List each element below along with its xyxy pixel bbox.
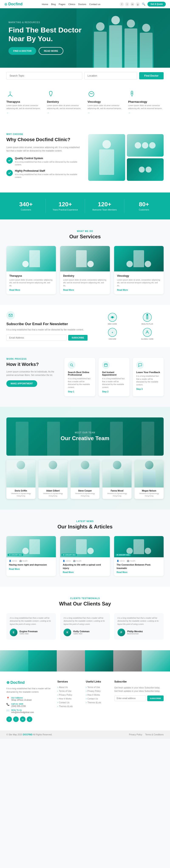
nav-clinics[interactable]: Clinics	[68, 3, 75, 5]
how-desc: Lorem ipsum consectetur the lot individu…	[6, 370, 56, 377]
article-title-3: The Connection Between Post-traumatic	[117, 563, 161, 570]
specialty-item-therapy: Therapyss Lorem ipsum dolor sit amet con…	[6, 90, 42, 114]
svg-point-11	[146, 314, 148, 316]
footer-email: ✉️ Write To Us info@docfindglobal.com	[6, 709, 51, 713]
footer-useful-link-1: ›Terms of Use	[86, 686, 108, 688]
footer-bottom: © Site Map 2020 DOCFIND All Rights Reser…	[0, 731, 170, 739]
team-card-1: Doris Griffin Obstetrics & Gynaecology H…	[6, 460, 35, 499]
pharmacology-link[interactable]: →	[128, 112, 164, 114]
article-card-2: 26 JANUARY 2021 👤 Admin 🏥 Health Adjusti…	[60, 536, 110, 576]
footer-twitter-icon[interactable]: t	[13, 716, 19, 722]
article-title-2: Adjusting to life with a spinal cord inj…	[63, 563, 107, 570]
newsletter-subscribe-button[interactable]: SUBSCRIBE	[68, 335, 88, 341]
therapy-icon	[6, 90, 42, 98]
specialty-item-dentistry: Dentistry Lorem ipsum dolor sit amet con…	[47, 90, 82, 114]
service-readmore-dentistry[interactable]: Read More	[63, 289, 107, 291]
footer-youtube-icon[interactable]: y	[27, 716, 32, 722]
team-title: Our Creative Team	[61, 435, 109, 442]
dentistry-desc: Lorem ipsum dolor sit amet consectur adi…	[47, 104, 82, 110]
nav-doctors[interactable]: Doctors	[78, 3, 86, 5]
article-read-2[interactable]: Read More	[63, 571, 107, 574]
step-num-2: Step 2	[102, 391, 126, 393]
twitter-icon[interactable]: t	[125, 2, 129, 6]
hero-title: Find The Best Doctor Near By You.	[8, 26, 85, 43]
nav-home[interactable]: Home	[42, 3, 48, 5]
search-topic-input[interactable]	[6, 72, 82, 80]
stat-item-customers2: 80+ Customers	[124, 199, 164, 213]
team-name-1: Doris Griffin	[8, 490, 33, 492]
article-read-3[interactable]: Read More	[117, 571, 161, 574]
footer-subscribe-button[interactable]: SUBSCRIBE	[147, 695, 164, 701]
partner-logo-3: + VINCURE	[107, 327, 118, 340]
articles-title: Our Insights & Articles	[6, 524, 164, 530]
why-img-tall	[88, 134, 125, 181]
google-icon[interactable]: g	[136, 2, 140, 6]
service-readmore-vincology[interactable]: Read More	[117, 289, 161, 291]
stat-label-team: Awesome Team Members	[87, 209, 122, 211]
footer-subscribe-input[interactable]	[114, 695, 146, 701]
footer-privacy-link[interactable]: Privacy Policy	[129, 734, 142, 736]
read-more-hero-button[interactable]: READ MORE	[39, 47, 63, 55]
dentistry-icon	[47, 90, 82, 98]
hero-eyebrow: Markting & Resources	[8, 21, 85, 24]
testimonial-text-3: It is a long established fact that a rea…	[117, 617, 160, 626]
article-card-1: 26 JANUARY 2021 👤 Admin 🏥 Health Having …	[6, 536, 56, 576]
team-name-4: Fanna Wood	[105, 490, 130, 492]
dentistry-link[interactable]: →	[47, 112, 82, 114]
facebook-icon[interactable]: f	[120, 2, 124, 6]
newsletter-content: Subscribe Our Email For Newsletter It is…	[6, 311, 88, 341]
author-avatar-1: E	[10, 629, 18, 636]
instagram-icon[interactable]: in	[130, 2, 135, 6]
nav-logo-text: Docfind	[8, 2, 23, 6]
article-badge-2: 26 JANUARY 2021	[61, 554, 77, 556]
team-img-4	[103, 460, 132, 488]
quality-icon	[6, 157, 13, 164]
service-name-therapy: Therapyss	[9, 274, 53, 277]
vincology-link[interactable]: →	[88, 112, 123, 114]
footer-service-link-4: ›How It Works	[57, 698, 80, 700]
author-role-2: Sales Man	[73, 633, 89, 635]
therapy-link[interactable]: →	[6, 112, 42, 114]
therapy-desc: Lorem ipsum dolor sit amet consectur adi…	[6, 104, 42, 110]
footer-terms-link[interactable]: Terms & Conditions	[145, 734, 164, 736]
author-avatar-2: K	[63, 629, 71, 636]
partner-logo-2: HEALTH PLUS	[141, 312, 153, 325]
footer-brand-col: ⊕ Docfind It is a long established fact …	[6, 680, 51, 722]
svg-point-0	[9, 91, 11, 93]
feedback-icon	[136, 361, 144, 369]
footer-email-label: Write To Us	[11, 709, 34, 711]
newsletter-email-input[interactable]	[6, 335, 66, 341]
footer-useful-list: ›Terms of Use ›Privacy Policy ›How It Wo…	[86, 686, 108, 704]
specialty-item-vincology: Vincology Lorem ipsum dolor sit amet con…	[88, 90, 123, 114]
team-img-2	[38, 460, 67, 488]
search-location-input[interactable]	[84, 72, 137, 80]
footer-useful-col: Useful Links ›Terms of Use ›Privacy Poli…	[86, 680, 108, 722]
article-read-1[interactable]: Read More	[9, 568, 53, 570]
service-readmore-therapy[interactable]: Read More	[9, 289, 53, 291]
search-icon[interactable]: 🔍	[142, 3, 145, 6]
services-header: What We do Our Services	[6, 230, 164, 240]
find-doctor-button[interactable]: FIND A DOCTOR	[8, 47, 36, 55]
svg-text:+: +	[112, 331, 113, 334]
find-doctor-search-button[interactable]: Find Doctor	[139, 72, 164, 80]
footer-service-link-6: ›Themes &Lots	[57, 705, 80, 708]
team-role-2: Obstetrics & Gynaecology	[40, 493, 65, 495]
nav-pages[interactable]: Pages	[59, 3, 65, 5]
footer-services-title: Services	[57, 680, 80, 683]
newsletter-icon	[6, 311, 15, 320]
stat-number-customers: 340+	[8, 201, 44, 208]
nav-contact[interactable]: Contact us	[89, 3, 101, 5]
testimonial-card-3: It is a long established fact that a rea…	[114, 613, 164, 640]
footer-facebook-icon[interactable]: f	[6, 716, 12, 722]
hero-content: Markting & Resources Find The Best Docto…	[0, 10, 93, 66]
make-appointment-button[interactable]: MAKE APPOINTMENT	[6, 380, 37, 387]
footer-brand-desc: It is a long established fact that a rea…	[6, 687, 51, 694]
therapy-name: Therapyss	[6, 100, 42, 103]
team-role-4: Obstetrics & Gynaecology	[105, 493, 130, 495]
author-name-3: Philip Mendez	[127, 630, 143, 633]
why-choose-images	[88, 134, 164, 181]
nav-blog[interactable]: Blog	[51, 3, 56, 5]
get-quote-button[interactable]: Get A Quote	[147, 2, 166, 7]
testimonials-label: Clients Testimonials	[6, 597, 164, 599]
footer-instagram-icon[interactable]: in	[20, 716, 26, 722]
